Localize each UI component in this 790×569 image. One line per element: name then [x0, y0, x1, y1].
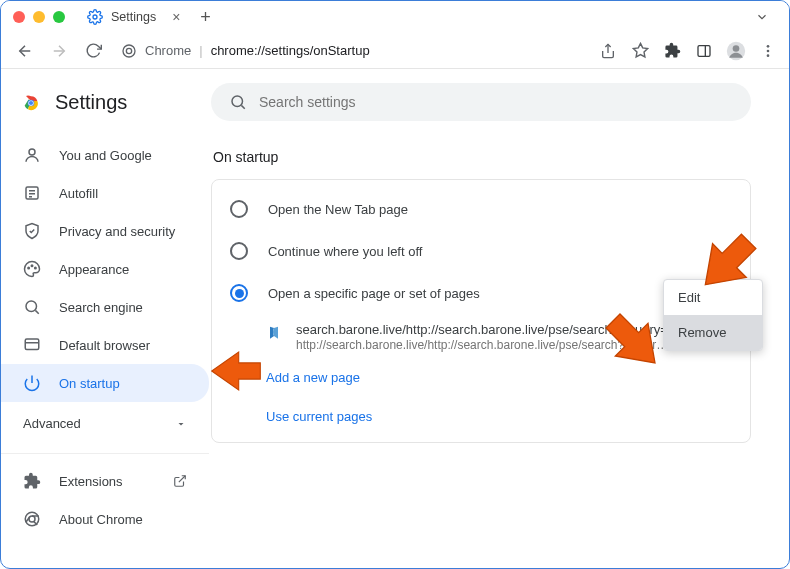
- svg-rect-28: [25, 339, 39, 350]
- chevron-down-icon: [175, 418, 187, 430]
- address-bar: Chrome | chrome://settings/onStartup: [1, 33, 789, 69]
- sidebar-item-label: Autofill: [59, 186, 98, 201]
- chrome-app-icon: [121, 43, 137, 59]
- svg-point-0: [93, 15, 97, 19]
- svg-line-32: [179, 476, 185, 482]
- svg-point-18: [29, 149, 35, 155]
- sidebar-item-label: Default browser: [59, 338, 150, 353]
- svg-marker-42: [599, 309, 669, 375]
- bookmark-star-icon[interactable]: [629, 40, 651, 62]
- settings-search[interactable]: [211, 83, 751, 121]
- kebab-menu-icon[interactable]: [757, 40, 779, 62]
- svg-point-17: [29, 100, 33, 104]
- search-icon: [229, 93, 247, 111]
- radio-label: Open a specific page or set of pages: [268, 286, 480, 301]
- share-icon[interactable]: [597, 40, 619, 62]
- sidebar-item-default-browser[interactable]: Default browser: [1, 326, 209, 364]
- svg-point-24: [31, 265, 33, 267]
- profile-avatar-icon[interactable]: [725, 40, 747, 62]
- palette-icon: [23, 260, 41, 278]
- minimize-window-button[interactable]: [33, 11, 45, 23]
- radio-label: Continue where you left off: [268, 244, 422, 259]
- svg-point-23: [28, 267, 30, 269]
- svg-line-39: [241, 105, 244, 108]
- traffic-lights: [13, 11, 65, 23]
- settings-gear-icon: [87, 9, 103, 25]
- close-window-button[interactable]: [13, 11, 25, 23]
- reload-button[interactable]: [79, 37, 107, 65]
- advanced-label: Advanced: [23, 416, 81, 431]
- radio-continue[interactable]: Continue where you left off: [212, 230, 750, 272]
- sidebar-item-label: Appearance: [59, 262, 129, 277]
- omnibox[interactable]: Chrome | chrome://settings/onStartup: [113, 43, 591, 59]
- context-menu-remove[interactable]: Remove: [664, 315, 762, 350]
- close-tab-icon[interactable]: ×: [172, 9, 180, 25]
- svg-point-10: [733, 45, 740, 52]
- annotation-arrow-icon: [691, 229, 763, 297]
- annotation-arrow-icon: [206, 344, 266, 398]
- sidebar-item-label: Extensions: [59, 474, 123, 489]
- tab-title: Settings: [111, 10, 156, 24]
- omnibox-app-label: Chrome: [145, 43, 191, 58]
- radio-icon: [230, 200, 248, 218]
- settings-brand: Settings: [1, 83, 209, 130]
- use-current-pages-link[interactable]: Use current pages: [266, 409, 372, 424]
- svg-rect-7: [698, 45, 710, 56]
- svg-point-11: [767, 45, 770, 48]
- radio-label: Open the New Tab page: [268, 202, 408, 217]
- sidebar-item-label: On startup: [59, 376, 120, 391]
- settings-sidebar: Settings You and Google Autofill Privacy…: [1, 69, 209, 568]
- external-link-icon: [173, 474, 187, 488]
- sidebar-item-label: Privacy and security: [59, 224, 175, 239]
- svg-point-26: [26, 301, 37, 312]
- sidebar-item-autofill[interactable]: Autofill: [1, 174, 209, 212]
- maximize-window-button[interactable]: [53, 11, 65, 23]
- sidebar-item-you-and-google[interactable]: You and Google: [1, 136, 209, 174]
- sidebar-item-on-startup[interactable]: On startup: [1, 364, 209, 402]
- svg-marker-31: [179, 423, 184, 426]
- power-icon: [23, 374, 41, 392]
- chevron-down-icon[interactable]: [755, 10, 769, 24]
- svg-point-13: [767, 54, 770, 57]
- sidebar-item-label: Search engine: [59, 300, 143, 315]
- sidebar-item-privacy[interactable]: Privacy and security: [1, 212, 209, 250]
- svg-point-25: [35, 267, 37, 269]
- person-icon: [23, 146, 41, 164]
- sidebar-item-label: About Chrome: [59, 512, 143, 527]
- back-button[interactable]: [11, 37, 39, 65]
- radio-icon-selected: [230, 284, 248, 302]
- extensions-puzzle-icon[interactable]: [661, 40, 683, 62]
- chrome-logo-icon: [21, 93, 41, 113]
- add-new-page-link[interactable]: Add a new page: [266, 370, 360, 385]
- svg-point-4: [126, 48, 131, 53]
- sidebar-item-about-chrome[interactable]: About Chrome: [1, 500, 209, 538]
- puzzle-icon: [23, 472, 41, 490]
- browser-icon: [23, 336, 41, 354]
- autofill-icon: [23, 184, 41, 202]
- svg-marker-6: [633, 43, 647, 56]
- sidebar-item-search-engine[interactable]: Search engine: [1, 288, 209, 326]
- settings-search-input[interactable]: [259, 94, 733, 110]
- sidebar-item-extensions[interactable]: Extensions: [1, 462, 209, 500]
- annotation-arrow-icon: [599, 309, 669, 375]
- radio-open-new-tab[interactable]: Open the New Tab page: [212, 188, 750, 230]
- svg-marker-40: [212, 352, 261, 390]
- radio-icon: [230, 242, 248, 260]
- sidebar-item-label: You and Google: [59, 148, 152, 163]
- svg-marker-41: [691, 229, 763, 297]
- omnibox-url: chrome://settings/onStartup: [211, 43, 370, 58]
- settings-title: Settings: [55, 91, 127, 114]
- svg-point-38: [232, 96, 243, 107]
- sidebar-item-appearance[interactable]: Appearance: [1, 250, 209, 288]
- forward-button[interactable]: [45, 37, 73, 65]
- svg-line-27: [35, 310, 38, 313]
- svg-point-12: [767, 49, 770, 52]
- browser-tab[interactable]: Settings ×: [77, 4, 190, 30]
- title-bar: Settings × +: [1, 1, 789, 33]
- new-tab-button[interactable]: +: [200, 7, 211, 28]
- side-panel-icon[interactable]: [693, 40, 715, 62]
- search-icon: [23, 298, 41, 316]
- sidebar-advanced-toggle[interactable]: Advanced: [1, 402, 209, 445]
- chrome-outline-icon: [23, 510, 41, 528]
- page-favicon: [266, 324, 282, 340]
